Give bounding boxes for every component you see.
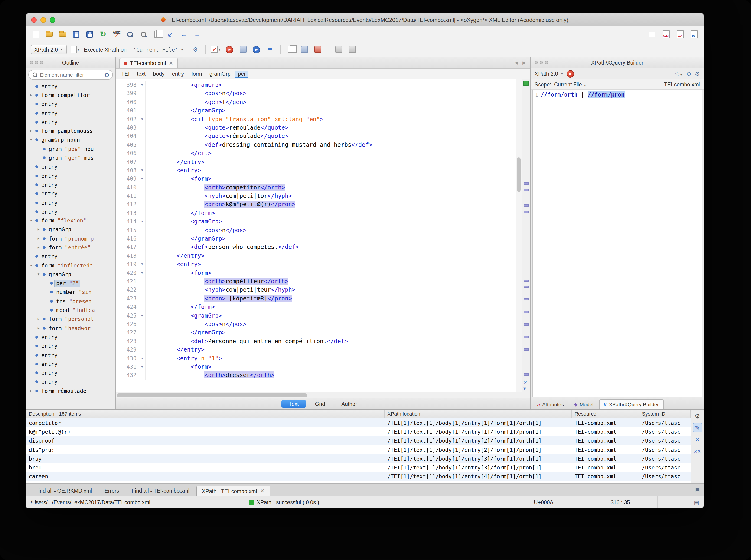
code-line[interactable]: 412 <pron>k@m"petit@(r)</pron> (116, 200, 516, 209)
fold-toggle-icon[interactable]: ▼ (139, 268, 146, 277)
edit-xpath-icon[interactable]: ✎ (693, 423, 702, 432)
outline-item-form[interactable]: ▶form "pronom_p (26, 234, 115, 243)
breadcrumb-item-form[interactable]: form (191, 71, 202, 77)
format-indent-button[interactable]: ≡ (265, 44, 275, 55)
result-marker[interactable] (524, 189, 529, 191)
code-line[interactable]: 425▼ <gramGrp> (116, 311, 516, 320)
result-marker[interactable] (524, 285, 529, 288)
builder-header[interactable]: XPath/XQuery Builder (531, 57, 704, 68)
collapse-icon[interactable]: ▼ (29, 263, 34, 267)
outline-header[interactable]: Outline (26, 57, 115, 68)
code-line[interactable]: 426 <pos>n</pos> (116, 320, 516, 328)
code-line[interactable]: 398▼ <gramGrp> (116, 81, 516, 89)
outline-item-form[interactable]: ▶form "entrée" (26, 243, 115, 252)
code-line[interactable]: 407 </entry> (116, 158, 516, 166)
fold-toggle-icon[interactable]: ▼ (139, 218, 146, 226)
fold-toggle-icon[interactable]: ▼ (139, 363, 146, 371)
edit-attributes-button[interactable] (334, 44, 344, 55)
expand-icon[interactable]: ▶ (36, 317, 41, 321)
open-url-button[interactable] (58, 29, 68, 39)
code-editor[interactable]: 398▼ <gramGrp>399 <pos>n</pos>400 <gen>f… (116, 79, 530, 392)
outline-item-gramGrp[interactable]: ▶gramGrp (26, 225, 115, 234)
code-area[interactable]: 398▼ <gramGrp>399 <pos>n</pos>400 <gen>f… (116, 79, 516, 392)
xpath-settings-icon[interactable]: ⚙ (190, 44, 200, 55)
outline-item-entry[interactable]: entry (26, 198, 115, 207)
check-wellformed-button[interactable] (286, 44, 296, 55)
outline-item-entry[interactable]: entry (26, 180, 115, 189)
view-tab[interactable]: Find all - GE.RKMD.xml (30, 486, 98, 496)
result-marker[interactable] (524, 323, 529, 325)
outline-item-form[interactable]: ▶form pamplemouss (26, 126, 115, 136)
code-line[interactable]: 402▼ <cit type="translation" xml:lang="e… (116, 115, 516, 123)
builder-tab-a[interactable]: aAttributes (533, 399, 569, 409)
save-all-button[interactable] (84, 29, 95, 39)
code-line[interactable]: 419▼ <entry> (116, 260, 516, 268)
xpath-scope-dropdown[interactable]: 'Current File'▼ (130, 45, 187, 54)
debug-scenario-button[interactable]: ▶ (252, 44, 262, 55)
validate-dropdown[interactable]: ✓▼ (211, 44, 221, 55)
editor-tab[interactable]: TEI-combo.xml ✕ (119, 58, 178, 68)
associate-schema-button[interactable] (299, 44, 310, 55)
breadcrumb-item-text[interactable]: text (137, 71, 145, 77)
scroll-tabs-left-icon[interactable]: ◀ (515, 60, 518, 65)
xpath-history-icon[interactable]: ▼ (71, 44, 81, 55)
breadcrumb-item-body[interactable]: body (153, 71, 165, 77)
outline-item-tns[interactable]: tns "presen (26, 297, 115, 306)
fold-toggle-icon[interactable]: ▼ (139, 81, 146, 89)
message-panel-icon[interactable]: ▤ (694, 499, 699, 505)
result-marker[interactable] (524, 298, 529, 300)
result-row[interactable]: competitor/TEI[1]/text[1]/body[1]/entry[… (26, 418, 691, 427)
outline-item-entry[interactable]: entry (26, 252, 115, 261)
code-line[interactable]: 429 </entry> (116, 345, 516, 354)
close-icon[interactable]: ✕ (260, 488, 264, 494)
result-marker[interactable] (524, 373, 529, 375)
remove-all-results-icon[interactable]: ×× (693, 446, 702, 456)
outline-item-form[interactable]: ▼form "flexion" (26, 216, 115, 225)
xquery-debugger-button[interactable]: XQ (675, 29, 685, 39)
apply-transformation-button[interactable]: ▶ (224, 44, 235, 55)
outline-item-entry[interactable]: entry (26, 359, 115, 368)
scope-dropdown[interactable]: Current File ▼ (554, 81, 587, 87)
expand-icon[interactable]: ▶ (29, 389, 34, 393)
code-line[interactable]: 408▼ <entry> (116, 166, 516, 175)
find-replace-button[interactable] (125, 29, 135, 39)
results-header[interactable]: Description - 167 items XPath location R… (26, 409, 691, 418)
result-marker[interactable] (524, 204, 529, 207)
fold-toggle-icon[interactable]: ▼ (139, 260, 146, 268)
expand-icon[interactable]: ▶ (29, 129, 34, 133)
column-xpath-location[interactable]: XPath location (384, 409, 572, 418)
code-line[interactable]: 422 <hyph>com|péti|teur</hyph> (116, 286, 516, 294)
expand-icon[interactable]: ▶ (29, 93, 34, 97)
history-icon[interactable]: ⊙ (687, 71, 691, 77)
code-line[interactable]: 427 </gramGrp> (116, 328, 516, 337)
result-marker[interactable] (524, 336, 529, 338)
breadcrumb-item-entry[interactable]: entry (172, 71, 184, 77)
close-tab-icon[interactable]: ✕ (169, 60, 173, 66)
code-line[interactable]: 405 <def>dressing containing mustard and… (116, 140, 516, 149)
outline-item-entry[interactable]: entry (26, 100, 115, 109)
outline-item-mood[interactable]: mood "indica (26, 306, 115, 315)
builder-tab-model[interactable]: ◆Model (569, 399, 598, 409)
breadcrumb-item-TEI[interactable]: TEI (121, 71, 130, 77)
outline-item-form[interactable]: ▶form "personal (26, 315, 115, 324)
code-line[interactable]: 413 </form> (116, 209, 516, 218)
outline-item-entry[interactable]: entry (26, 162, 115, 171)
outline-item-entry[interactable]: entry (26, 82, 115, 91)
mode-tab-grid[interactable]: Grid (308, 400, 332, 407)
code-line[interactable]: 421 <orth>compétiteur</orth> (116, 277, 516, 286)
view-tab[interactable]: XPath - TEI-combo.xml✕ (196, 486, 270, 496)
collapse-icon[interactable]: ▼ (29, 219, 34, 222)
fold-toggle-icon[interactable]: ▼ (139, 115, 146, 123)
code-line[interactable]: 423 <pron> [köpetitœR]</pron> (116, 294, 516, 303)
code-line[interactable]: 430▼ <entry n="1"> (116, 354, 516, 363)
open-file-button[interactable] (44, 29, 54, 39)
code-line[interactable]: 414▼ <gramGrp> (116, 218, 516, 226)
expand-icon[interactable]: ▶ (36, 237, 41, 240)
back-button[interactable]: ← (179, 29, 189, 39)
configure-transformation-button[interactable] (238, 44, 248, 55)
last-modification-button[interactable]: ↙ (165, 29, 176, 39)
close-button[interactable] (31, 17, 37, 23)
code-line[interactable]: 404 <quote>rémoulade</quote> (116, 132, 516, 141)
clear-highlights-icon[interactable]: ✕ (523, 381, 527, 385)
column-resource[interactable]: Resource (572, 409, 639, 418)
